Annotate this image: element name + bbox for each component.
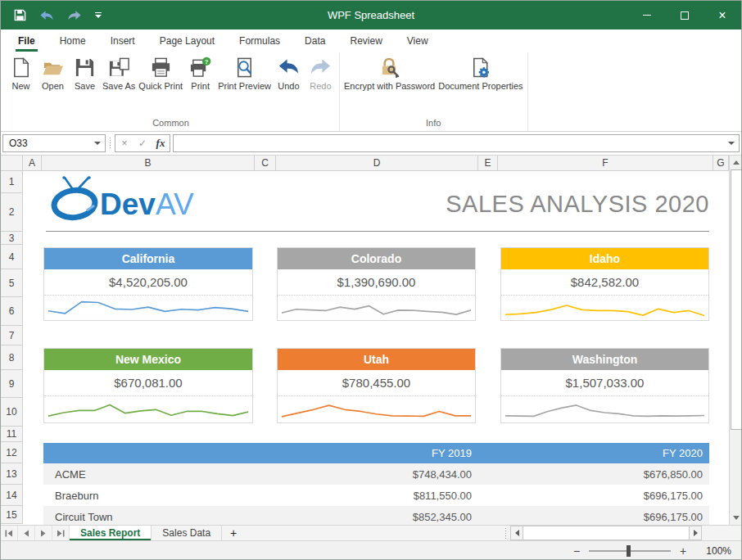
column-header-e[interactable]: E: [478, 156, 498, 170]
row-header-9[interactable]: 9: [1, 370, 23, 398]
fy2019-value[interactable]: $811,550.00: [282, 490, 478, 502]
table-row[interactable]: ACME $748,434.00 $676,850.00: [43, 463, 709, 485]
cancel-button[interactable]: ×: [115, 135, 133, 151]
row-header-14[interactable]: 14: [1, 485, 23, 506]
scroll-down-button[interactable]: [730, 511, 742, 525]
scroll-up-button[interactable]: [730, 156, 742, 169]
vertical-scrollbar[interactable]: [729, 156, 742, 525]
table-header-row[interactable]: FY 2019 FY 2020: [43, 443, 709, 463]
new-document-icon: [10, 56, 32, 79]
zoom-level[interactable]: 100%: [700, 545, 731, 557]
fy2020-value[interactable]: $676,850.00: [478, 468, 709, 481]
ribbon-tab-page-layout[interactable]: Page Layout: [147, 29, 227, 52]
column-header-b[interactable]: B: [42, 156, 255, 170]
table-row[interactable]: Circuit Town $852,345.00 $696,175.00: [43, 506, 709, 525]
save-as-button[interactable]: Save As: [101, 53, 137, 92]
state-card-colorado[interactable]: Colorado $1,390,690.00: [277, 247, 476, 321]
ribbon-tab-data[interactable]: Data: [292, 29, 337, 52]
column-header-d[interactable]: D: [276, 156, 478, 170]
formula-input[interactable]: [173, 134, 740, 152]
arrow-up-icon: [733, 160, 740, 165]
quick-print-button[interactable]: Quick Print: [137, 53, 184, 92]
previous-sheet-button[interactable]: [18, 526, 35, 540]
row-header-2[interactable]: 2: [1, 193, 23, 232]
row-header-12[interactable]: 12: [1, 442, 23, 463]
zoom-in-button[interactable]: +: [676, 544, 690, 558]
add-sheet-button[interactable]: +: [222, 526, 245, 540]
select-all-corner[interactable]: [1, 156, 23, 170]
document-properties-button[interactable]: Document Properties: [437, 53, 524, 92]
fy2020-value[interactable]: $696,175.00: [478, 511, 709, 523]
sheet-tab-sales-data[interactable]: Sales Data: [152, 526, 222, 540]
horizontal-scrollbar-thumb[interactable]: [523, 526, 689, 540]
fy2019-value[interactable]: $852,345.00: [282, 511, 478, 523]
open-button[interactable]: Open: [37, 53, 69, 92]
state-card-california[interactable]: California $4,520,205.00: [43, 247, 253, 321]
sheet-content[interactable]: Dev AV SALES ANALYSIS 2020 California $4…: [23, 171, 729, 525]
encrypt-with-password-button[interactable]: Encrypt with Password: [342, 53, 437, 92]
ribbon-tab-home[interactable]: Home: [48, 29, 98, 52]
gear-icon: [479, 67, 489, 77]
enter-button[interactable]: ✓: [133, 135, 152, 151]
ribbon-tab-view[interactable]: View: [395, 29, 441, 52]
state-card-idaho[interactable]: Idaho $842,582.00: [500, 247, 709, 321]
row-header-4[interactable]: 4: [1, 245, 23, 269]
zoom-out-button[interactable]: −: [569, 544, 584, 558]
formula-bar-splitter[interactable]: [109, 137, 111, 150]
table-row[interactable]: Braeburn $811,550.00 $696,175.00: [43, 485, 709, 506]
horizontal-scrollbar[interactable]: [510, 526, 702, 540]
fy2019-value[interactable]: $748,434.00: [282, 468, 478, 481]
column-header-a[interactable]: A: [23, 156, 42, 170]
row-header-11[interactable]: 11: [1, 427, 23, 442]
vertical-scrollbar-thumb[interactable]: [731, 169, 742, 430]
row-header-7[interactable]: 7: [1, 326, 23, 345]
tab-scroll-splitter[interactable]: [504, 527, 507, 539]
fy2020-value[interactable]: $696,175.00: [478, 490, 709, 502]
ribbon-tab-file[interactable]: File: [6, 29, 48, 52]
company-name[interactable]: ACME: [43, 468, 282, 481]
row-header-6[interactable]: 6: [1, 297, 23, 326]
redo-button[interactable]: Redo: [305, 53, 337, 92]
report-title: SALES ANALYSIS 2020: [446, 191, 709, 218]
row-header-1[interactable]: 1: [1, 171, 23, 193]
undo-button[interactable]: Undo: [273, 53, 305, 92]
undo-icon: [278, 56, 300, 79]
company-name[interactable]: Braeburn: [43, 490, 282, 502]
company-name[interactable]: Circuit Town: [43, 511, 282, 523]
column-header-g[interactable]: G: [713, 156, 729, 170]
ribbon-tab-formulas[interactable]: Formulas: [227, 29, 292, 52]
new-button[interactable]: New: [5, 53, 37, 92]
sheet-tab-sales-report[interactable]: Sales Report: [70, 526, 152, 540]
scroll-left-button[interactable]: [510, 526, 523, 540]
last-sheet-button[interactable]: [52, 526, 70, 540]
row-header-5[interactable]: 5: [1, 269, 23, 297]
row-header-3[interactable]: 3: [1, 232, 23, 245]
column-header-f[interactable]: F: [498, 156, 713, 170]
column-header-c[interactable]: C: [255, 156, 276, 170]
zoom-slider[interactable]: [589, 550, 671, 552]
row-header-10[interactable]: 10: [1, 398, 23, 427]
ribbon-tab-insert[interactable]: Insert: [98, 29, 147, 52]
state-card-new-mexico[interactable]: New Mexico $670,081.00: [43, 348, 253, 423]
insert-function-button[interactable]: fx: [152, 135, 170, 151]
zoom-slider-thumb[interactable]: [627, 545, 631, 557]
row-header-13[interactable]: 13: [1, 463, 23, 485]
title-divider: [46, 231, 709, 232]
ribbon: New Open Save Save As Quick Print ? Prin…: [1, 52, 741, 132]
row-header-8[interactable]: 8: [1, 345, 23, 370]
print-preview-button[interactable]: Print Preview: [216, 53, 273, 92]
sparkline-chart: [282, 398, 471, 419]
next-sheet-button[interactable]: [35, 526, 52, 540]
state-card-utah[interactable]: Utah $780,455.00: [277, 348, 476, 423]
name-box[interactable]: O33: [2, 134, 106, 152]
name-box-dropdown[interactable]: [90, 135, 105, 151]
first-sheet-button[interactable]: [1, 526, 18, 540]
print-button[interactable]: ? Print: [184, 53, 216, 92]
save-button[interactable]: Save: [69, 53, 101, 92]
row-header-15[interactable]: 15: [1, 506, 23, 524]
ribbon-tab-review[interactable]: Review: [337, 29, 394, 52]
state-card-washington[interactable]: Washington $1,507,033.00: [500, 348, 709, 423]
scroll-right-button[interactable]: [689, 526, 702, 540]
expand-formula-bar[interactable]: [724, 135, 739, 151]
card-sparkline: [501, 395, 708, 419]
